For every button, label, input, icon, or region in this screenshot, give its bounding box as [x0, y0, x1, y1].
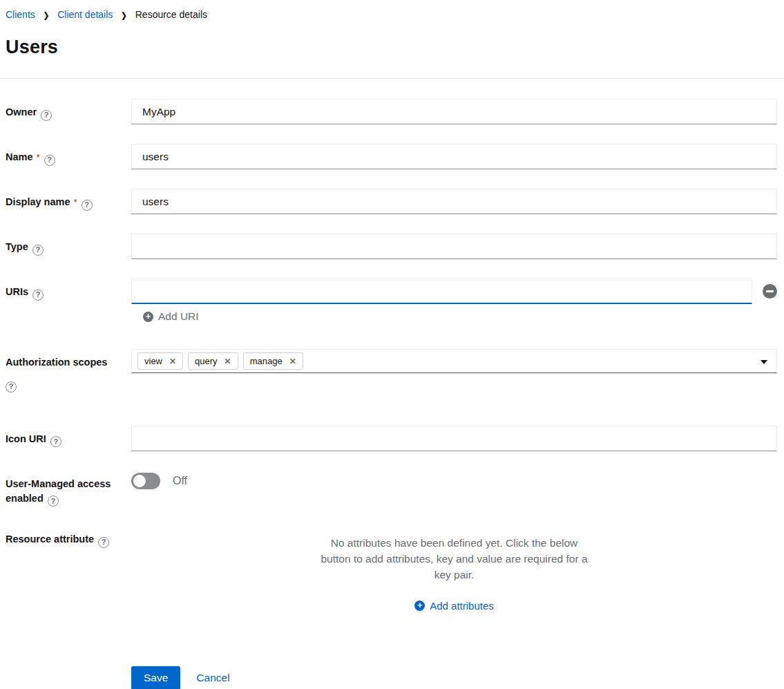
resource-attribute-row: Resource attribute? No attributes have b…: [6, 526, 777, 612]
chevron-right-icon: ❯: [44, 8, 49, 22]
help-icon[interactable]: ?: [48, 495, 59, 507]
help-icon[interactable]: ?: [82, 200, 93, 211]
page-title: Users: [6, 37, 784, 57]
help-icon[interactable]: ?: [98, 537, 109, 548]
toggle-knob: [133, 475, 146, 487]
type-label-text: Type: [6, 241, 28, 252]
breadcrumb-resource-details: Resource details: [135, 9, 207, 21]
display-name-label: Display name*?: [6, 189, 126, 214]
display-name-input[interactable]: [131, 189, 777, 214]
chip-close-icon[interactable]: ✕: [169, 357, 176, 366]
uma-toggle-state: Off: [173, 475, 187, 487]
uma-label: User-Managed access enabled?: [6, 471, 126, 507]
scope-chip: query ✕: [188, 352, 238, 370]
resource-details-form: Owner? Name*? Display name*? Type?: [0, 79, 784, 689]
scope-chip-label: view: [144, 355, 162, 367]
plus-circle-icon: +: [414, 601, 425, 611]
authorization-scopes-label-text: Authorization scopes: [6, 355, 126, 370]
uris-label-text: URIs: [6, 286, 28, 297]
owner-row: Owner?: [6, 99, 777, 124]
scope-chip: manage ✕: [243, 352, 303, 370]
form-actions: Save Cancel: [131, 666, 777, 689]
help-icon[interactable]: ?: [6, 381, 17, 393]
breadcrumb-client-details[interactable]: Client details: [57, 9, 113, 21]
scope-chip-label: manage: [250, 355, 283, 367]
name-label: Name*?: [6, 144, 126, 169]
owner-label-text: Owner: [6, 106, 37, 117]
attributes-empty-state: No attributes have been defined yet. Cli…: [131, 526, 777, 612]
uma-toggle[interactable]: [131, 473, 160, 489]
help-icon[interactable]: ?: [50, 436, 61, 447]
uris-label: URIs?: [6, 279, 126, 323]
help-icon[interactable]: ?: [32, 290, 44, 301]
uma-row: User-Managed access enabled? Off: [6, 471, 777, 507]
page-header: Clients ❯ Client details ❯ Resource deta…: [0, 0, 784, 79]
add-uri-button[interactable]: + Add URI: [143, 310, 199, 323]
display-name-row: Display name*?: [6, 189, 777, 214]
scope-chip-label: query: [195, 355, 218, 367]
plus-circle-icon: +: [143, 312, 153, 322]
cancel-button[interactable]: Cancel: [196, 672, 229, 684]
owner-input[interactable]: [131, 99, 777, 124]
remove-uri-icon[interactable]: [763, 284, 777, 299]
authorization-scopes-row: Authorization scopes ? view ✕ query ✕ ma…: [6, 349, 777, 393]
help-icon[interactable]: ?: [44, 155, 55, 166]
help-icon[interactable]: ?: [41, 110, 52, 121]
name-label-text: Name: [6, 151, 33, 162]
authorization-scopes-select[interactable]: view ✕ query ✕ manage ✕: [131, 349, 777, 373]
icon-uri-label-text: Icon URI: [6, 433, 46, 444]
resource-attribute-label: Resource attribute?: [6, 526, 126, 612]
breadcrumb: Clients ❯ Client details ❯ Resource deta…: [6, 9, 784, 21]
type-input[interactable]: [131, 234, 777, 259]
chip-close-icon[interactable]: ✕: [224, 357, 231, 366]
resource-attribute-label-text: Resource attribute: [6, 534, 94, 545]
required-asterisk: *: [74, 197, 77, 207]
caret-down-icon[interactable]: [761, 360, 767, 364]
help-icon[interactable]: ?: [32, 245, 44, 256]
uri-input[interactable]: [131, 279, 752, 304]
icon-uri-label: Icon URI?: [6, 426, 126, 451]
type-row: Type?: [6, 234, 777, 259]
scope-chip: view ✕: [137, 352, 183, 370]
chevron-right-icon: ❯: [121, 8, 126, 22]
add-uri-label: Add URI: [158, 310, 199, 323]
save-button[interactable]: Save: [131, 666, 180, 689]
name-row: Name*?: [6, 144, 777, 169]
add-attributes-button[interactable]: + Add attributes: [414, 600, 494, 612]
add-attributes-label: Add attributes: [430, 600, 494, 612]
icon-uri-row: Icon URI?: [6, 426, 777, 451]
required-asterisk: *: [37, 152, 40, 162]
breadcrumb-clients[interactable]: Clients: [6, 9, 35, 21]
authorization-scopes-label: Authorization scopes ?: [6, 349, 126, 393]
type-label: Type?: [6, 234, 126, 259]
display-name-label-text: Display name: [6, 196, 70, 207]
owner-label: Owner?: [6, 99, 126, 124]
chip-close-icon[interactable]: ✕: [289, 357, 296, 366]
attributes-empty-text: No attributes have been defined yet. Cli…: [316, 535, 593, 583]
uris-row: URIs? + Add URI: [6, 279, 777, 323]
icon-uri-input[interactable]: [131, 426, 777, 451]
name-input[interactable]: [131, 144, 777, 169]
